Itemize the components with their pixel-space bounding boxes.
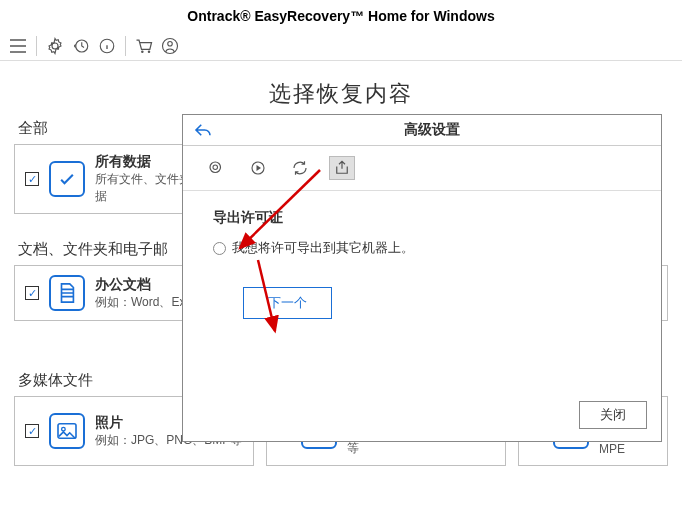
export-license-heading: 导出许可证 [213,209,631,227]
gear-icon[interactable] [45,36,65,56]
preview-icon[interactable] [203,156,229,180]
svg-point-2 [141,51,144,54]
separator [125,36,126,56]
resume-icon[interactable] [245,156,271,180]
svg-point-7 [62,427,66,431]
main-toolbar [0,32,682,61]
back-icon[interactable] [193,121,213,139]
advanced-settings-modal: 高级设置 导出许可证 我想将许可导出到其它机器上。 下一个 关闭 [182,114,662,442]
app-title: Ontrack® EasyRecovery™ Home for Windows [0,0,682,32]
export-option-row[interactable]: 我想将许可导出到其它机器上。 [213,239,631,257]
modal-title: 高级设置 [213,121,651,139]
modal-toolbar [183,146,661,191]
checkbox-icon[interactable]: ✓ [25,172,39,186]
checkbox-icon[interactable]: ✓ [25,424,39,438]
close-button[interactable]: 关闭 [579,401,647,429]
check-icon [49,161,85,197]
menu-icon[interactable] [8,36,28,56]
radio-icon[interactable] [213,242,226,255]
separator [36,36,37,56]
page-heading: 选择恢复内容 [0,79,682,109]
radio-label: 我想将许可导出到其它机器上。 [232,239,414,257]
next-button[interactable]: 下一个 [243,287,332,319]
modal-header: 高级设置 [183,115,661,146]
cart-icon[interactable] [134,36,154,56]
update-icon[interactable] [287,156,313,180]
export-icon[interactable] [329,156,355,180]
svg-point-11 [213,165,218,170]
document-icon [49,275,85,311]
svg-point-3 [148,51,151,54]
checkbox-icon[interactable]: ✓ [25,286,39,300]
image-icon [49,413,85,449]
modal-body: 导出许可证 我想将许可导出到其它机器上。 下一个 [183,191,661,337]
user-icon[interactable] [160,36,180,56]
history-icon[interactable] [71,36,91,56]
info-icon[interactable] [97,36,117,56]
svg-point-5 [168,42,173,47]
svg-point-10 [210,162,221,173]
